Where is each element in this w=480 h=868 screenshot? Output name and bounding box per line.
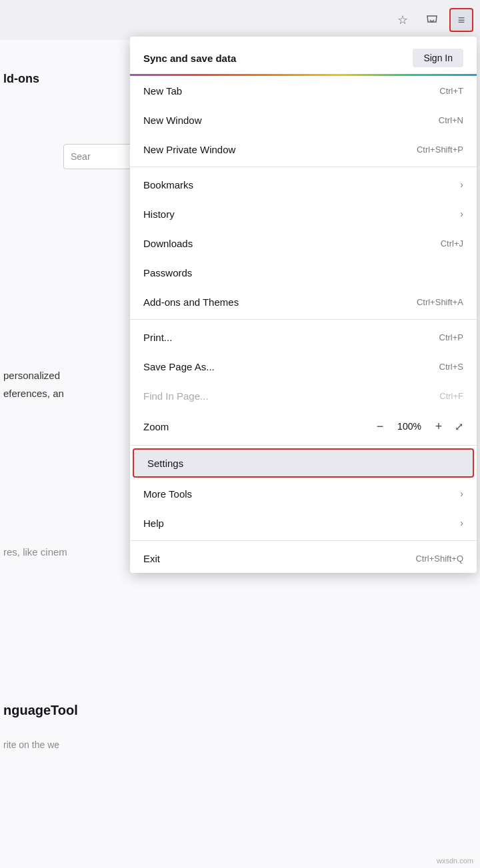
divider-1 <box>130 167 477 167</box>
save-page-label: Save Page As... <box>143 361 215 372</box>
menu-item-exit[interactable]: Exit Ctrl+Shift+Q <box>130 544 477 573</box>
bg-language-tool: nguageTool <box>3 703 78 718</box>
print-label: Print... <box>143 332 172 343</box>
passwords-label: Passwords <box>143 267 192 278</box>
zoom-controls: − 100% + ⤢ <box>371 417 463 436</box>
pocket-icon[interactable] <box>420 8 444 32</box>
zoom-minus-button[interactable]: − <box>371 417 389 436</box>
history-chevron-icon: › <box>460 209 463 219</box>
exit-shortcut: Ctrl+Shift+Q <box>415 554 463 564</box>
new-window-label: New Window <box>143 115 202 126</box>
zoom-plus-button[interactable]: + <box>429 417 448 436</box>
menu-item-bookmarks[interactable]: Bookmarks › <box>130 170 477 199</box>
divider-4 <box>130 540 477 541</box>
watermark: wxsdn.com <box>437 857 473 865</box>
exit-label: Exit <box>143 553 160 564</box>
menu-item-downloads[interactable]: Downloads Ctrl+J <box>130 228 477 258</box>
menu-item-print[interactable]: Print... Ctrl+P <box>130 322 477 352</box>
addons-text: ld-ons <box>0 72 39 86</box>
new-private-window-shortcut: Ctrl+Shift+P <box>417 145 463 155</box>
new-tab-label: New Tab <box>143 85 182 97</box>
more-tools-label: More Tools <box>143 488 192 500</box>
menu-item-settings[interactable]: Settings <box>133 448 474 478</box>
menu-item-more-tools[interactable]: More Tools › <box>130 479 477 508</box>
help-label: Help <box>143 518 164 529</box>
menu-item-zoom: Zoom − 100% + ⤢ <box>130 410 477 442</box>
print-shortcut: Ctrl+P <box>439 332 463 342</box>
new-private-window-label: New Private Window <box>143 144 235 155</box>
addons-label: Add-ons and Themes <box>143 296 239 308</box>
menu-item-new-private-window[interactable]: New Private Window Ctrl+Shift+P <box>130 135 477 164</box>
menu-item-find-in-page[interactable]: Find In Page... Ctrl+F <box>130 381 477 410</box>
zoom-value-display: 100% <box>396 421 423 432</box>
sync-title: Sync and save data <box>143 53 236 64</box>
find-in-page-label: Find In Page... <box>143 390 209 402</box>
browser-menu: Sync and save data Sign In New Tab Ctrl+… <box>130 37 477 573</box>
menu-item-history[interactable]: History › <box>130 199 477 228</box>
zoom-label: Zoom <box>143 421 169 432</box>
more-tools-chevron-icon: › <box>460 488 463 499</box>
sync-header: Sync and save data Sign In <box>130 37 477 74</box>
bookmarks-chevron-icon: › <box>460 179 463 190</box>
sign-in-button[interactable]: Sign In <box>413 49 463 67</box>
save-page-shortcut: Ctrl+S <box>439 362 463 372</box>
menu-item-new-window[interactable]: New Window Ctrl+N <box>130 105 477 135</box>
bg-cinema-text: res, like cinem <box>3 546 67 558</box>
new-window-shortcut: Ctrl+N <box>439 115 463 125</box>
bg-write-text: rite on the we <box>3 739 59 750</box>
menu-item-save-page[interactable]: Save Page As... Ctrl+S <box>130 352 477 381</box>
menu-item-addons[interactable]: Add-ons and Themes Ctrl+Shift+A <box>130 287 477 316</box>
menu-item-passwords[interactable]: Passwords <box>130 258 477 287</box>
help-chevron-icon: › <box>460 518 463 528</box>
find-in-page-shortcut: Ctrl+F <box>439 391 463 401</box>
menu-item-help[interactable]: Help › <box>130 508 477 538</box>
history-label: History <box>143 209 175 220</box>
hamburger-menu-icon[interactable]: ≡ <box>449 8 473 32</box>
downloads-label: Downloads <box>143 238 193 249</box>
bookmarks-label: Bookmarks <box>143 179 193 191</box>
addons-shortcut: Ctrl+Shift+A <box>417 297 463 307</box>
bg-personalized-text: personalized eferences, an <box>3 366 64 402</box>
star-icon[interactable]: ☆ <box>391 8 415 32</box>
new-tab-shortcut: Ctrl+T <box>439 86 463 96</box>
downloads-shortcut: Ctrl+J <box>441 238 463 248</box>
menu-item-new-tab[interactable]: New Tab Ctrl+T <box>130 76 477 105</box>
divider-3 <box>130 445 477 446</box>
zoom-expand-button[interactable]: ⤢ <box>455 420 463 433</box>
search-box-bg: Sear <box>63 144 137 169</box>
settings-label: Settings <box>147 458 183 469</box>
divider-2 <box>130 319 477 320</box>
toolbar: ☆ ≡ <box>0 0 480 40</box>
